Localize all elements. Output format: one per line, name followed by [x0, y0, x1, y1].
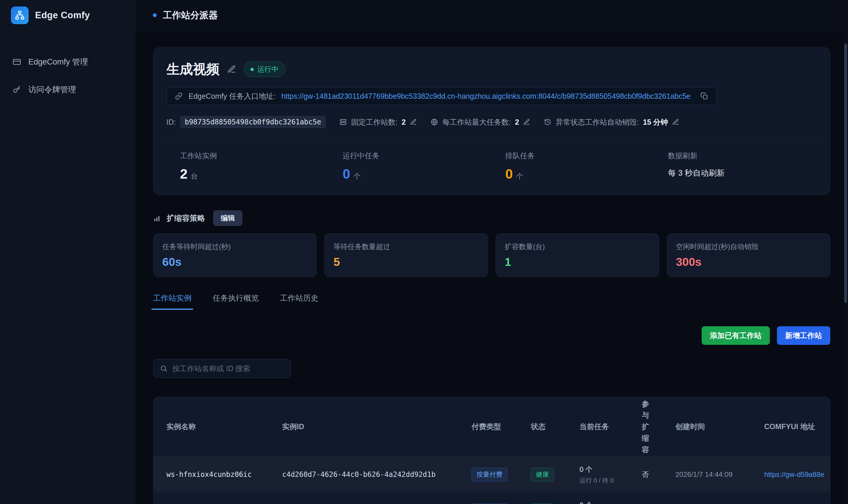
stat-value: 每 3 秒自动刷新 [668, 168, 817, 178]
search-row [153, 359, 830, 378]
scaling-card-label: 扩容数量(台) [505, 242, 650, 251]
fixed-workstations-value: 2 [402, 118, 406, 126]
app-title: Edge Comfy [35, 10, 90, 21]
autoscale-flag: 否 [642, 470, 675, 479]
scaling-card-value: 1 [505, 255, 650, 269]
status-cell: 健康 [531, 468, 579, 481]
add-new-workstation-button[interactable]: 新增工作站 [777, 326, 830, 345]
scaling-strategy-title: 扩缩容策略 [167, 213, 205, 223]
search-icon [160, 365, 168, 372]
tab-workstation-instances[interactable]: 工作站实例 [153, 293, 191, 310]
card-icon [12, 57, 21, 66]
tasks-detail: 运行 0 / 待 0 [579, 476, 636, 485]
scaling-strategy-header: 扩缩容策略 编辑 [153, 211, 830, 226]
tab-workstation-history[interactable]: 工作站历史 [280, 293, 318, 310]
max-tasks-label: 每工作站最大任务数: [442, 117, 511, 127]
copy-icon[interactable] [700, 92, 708, 100]
table-header-row: 实例名称 实例ID 付费类型 状态 当前任务 参与扩缩容 创建时间 COMFYU… [153, 397, 830, 456]
table-actions-row: 添加已有工作站 新增工作站 [153, 326, 830, 345]
bar-chart-icon [153, 214, 161, 222]
app-logo-icon [11, 6, 29, 24]
max-tasks-group: 每工作站最大任务数: 2 [431, 117, 530, 127]
search-input[interactable] [172, 364, 284, 373]
scaling-cards: 任务等待时间超过(秒) 60s 等待任务数量超过 5 扩容数量(台) 1 空闲时… [153, 233, 830, 277]
tasks-cell: 0 个 运行 0 / 待 0 [579, 465, 642, 485]
stat-queued-tasks: 排队任务 0 个 [492, 151, 655, 182]
task-meta-row: ID: b98735d88505498cb0f9dbc3261abc5e 固定工… [167, 116, 817, 128]
task-title-row: 生成视频 运行中 [167, 60, 817, 78]
add-existing-workstation-button[interactable]: 添加已有工作站 [702, 326, 770, 345]
edit-task-title-icon[interactable] [227, 65, 236, 74]
col-header-comfyui-url: COMFYUI 地址 [764, 422, 830, 432]
entry-url-bar: EdgeComfy 任务入口地址: https://gw-1481ad23011… [167, 87, 717, 105]
stat-label: 数据刷新 [668, 151, 817, 161]
key-icon [12, 85, 21, 94]
scaling-card-label: 任务等待时间超过(秒) [162, 242, 308, 251]
stat-data-refresh: 数据刷新 每 3 秒自动刷新 [655, 151, 817, 182]
col-header-name: 实例名称 [153, 422, 282, 432]
scaling-card-value: 300s [676, 255, 821, 269]
vertical-scrollbar-thumb[interactable] [844, 43, 847, 303]
content-area: 生成视频 运行中 [135, 31, 848, 504]
app-root: Edge Comfy EdgeComfy 管理 [0, 0, 848, 504]
created-time: 2026/1/7 14:44:09 [675, 470, 764, 479]
task-id-group: ID: b98735d88505498cb0f9dbc3261abc5e [167, 116, 326, 128]
vertical-scrollbar-track[interactable] [843, 0, 848, 504]
comfyui-url-link[interactable]: https://gw-d59a88e [764, 470, 830, 479]
auto-destroy-group: 异常状态工作站自动销毁: 15 分钟 [544, 117, 679, 127]
scaling-card-expand-count: 扩容数量(台) 1 [496, 233, 659, 277]
scaling-card-label: 等待任务数量超过 [333, 242, 479, 251]
link-icon [175, 92, 183, 100]
tab-bar: 工作站实例 任务执行概览 工作站历史 [153, 293, 830, 310]
tasks-cell: 0 个 运行 0 / 待 0 [579, 501, 642, 504]
edit-max-tasks-icon[interactable] [523, 119, 530, 126]
col-header-instance-id: 实例ID [282, 422, 471, 432]
edit-auto-destroy-icon[interactable] [672, 119, 679, 126]
tasks-count: 0 个 [579, 501, 636, 504]
sidebar-item-label: EdgeComfy 管理 [28, 57, 88, 67]
stat-label: 工作站实例 [180, 151, 329, 161]
auto-destroy-value: 15 分钟 [643, 117, 668, 127]
server-icon [339, 118, 347, 126]
tab-task-overview[interactable]: 任务执行概览 [213, 293, 259, 310]
sidebar-item-label: 访问令牌管理 [28, 84, 76, 95]
stat-value: 0 [343, 166, 350, 182]
task-overview-card: 生成视频 运行中 [153, 47, 830, 195]
tasks-count: 0 个 [579, 465, 636, 474]
scaling-card-value: 60s [162, 255, 308, 269]
scaling-card-wait-time: 任务等待时间超过(秒) 60s [153, 233, 317, 277]
billing-cell: 按量付费 [471, 468, 531, 481]
task-id-value: b98735d88505498cb0f9dbc3261abc5e [180, 116, 326, 128]
page-title-dot [153, 13, 157, 17]
stat-value: 2 [180, 166, 188, 182]
task-title: 生成视频 [167, 60, 220, 78]
col-header-autoscale: 参与扩缩容 [642, 398, 675, 455]
status-dot-icon [250, 68, 254, 71]
stat-running-tasks: 运行中任务 0 个 [329, 151, 491, 182]
table-row: ws-wyp6cgxgpdu34nzrv 97d18d6c-8d70-44ce-… [153, 492, 830, 504]
col-header-billing: 付费类型 [471, 422, 531, 432]
col-header-created: 创建时间 [675, 422, 764, 432]
stat-workstation-instances: 工作站实例 2 台 [167, 151, 329, 182]
scaling-card-value: 5 [333, 255, 479, 269]
sidebar-item-token-management[interactable]: 访问令牌管理 [0, 78, 135, 102]
stat-unit: 台 [191, 172, 198, 181]
table-row: ws-hfnxiox4cunbz06ic c4d260d7-4626-44c0-… [153, 456, 830, 492]
edit-fixed-workstations-icon[interactable] [410, 119, 417, 126]
stats-row: 工作站实例 2 台 运行中任务 0 个 排队任务 [167, 139, 817, 182]
edit-scaling-button[interactable]: 编辑 [213, 211, 242, 226]
entry-url-link[interactable]: https://gw-1481ad23011d47769bbe9bc53382c… [281, 92, 691, 101]
status-badge: 运行中 [244, 61, 285, 77]
search-box [153, 359, 291, 378]
main-area: 工作站分派器 生成视频 运行中 [135, 0, 848, 504]
stat-value: 0 [505, 166, 513, 182]
instance-id: c4d260d7-4626-44c0-b626-4a242dd92d1b [282, 470, 471, 479]
instance-name: ws-hfnxiox4cunbz06ic [153, 470, 282, 479]
fixed-workstations-label: 固定工作站数: [351, 117, 397, 127]
stat-label: 排队任务 [505, 151, 655, 161]
sidebar-item-edgecomfy-management[interactable]: EdgeComfy 管理 [0, 50, 135, 74]
stat-label: 运行中任务 [343, 151, 491, 161]
col-header-status: 状态 [531, 422, 579, 432]
workstation-table: 实例名称 实例ID 付费类型 状态 当前任务 参与扩缩容 创建时间 COMFYU… [153, 397, 830, 504]
fixed-workstations-group: 固定工作站数: 2 [339, 117, 417, 127]
